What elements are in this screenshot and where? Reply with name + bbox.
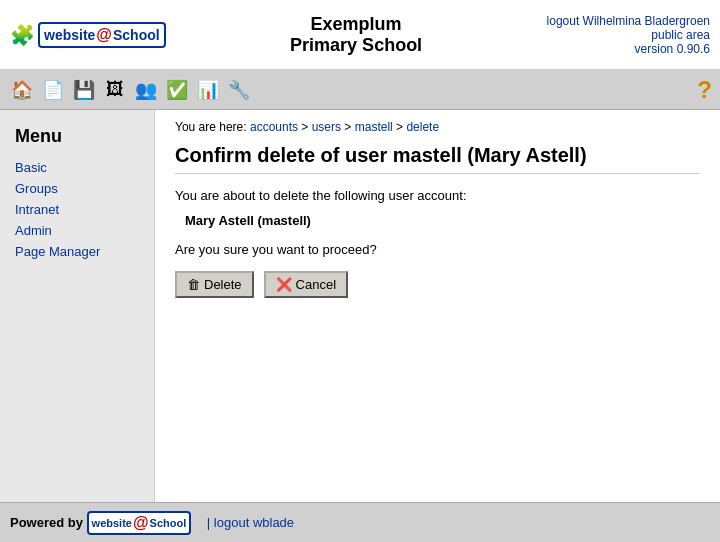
site-name-line2: Primary School	[166, 35, 547, 56]
tools-icon[interactable]: 🔧	[225, 76, 253, 104]
website-at-school-logo: website @ School	[38, 22, 166, 48]
delete-icon: 🗑	[187, 277, 200, 292]
user-highlight: Mary Astell (mastell)	[175, 213, 700, 228]
toolbar-icons: 🏠 📄 💾 🖼 👥 ✅ 📊 🔧	[8, 76, 253, 104]
delete-label: Delete	[204, 277, 242, 292]
logo-area: 🧩 website @ School	[10, 22, 166, 48]
confirm-text: You are about to delete the following us…	[175, 188, 700, 203]
logo-puzzle-icon: 🧩	[10, 23, 35, 47]
breadcrumb-accounts[interactable]: accounts	[250, 120, 298, 134]
cancel-icon: ❌	[276, 277, 292, 292]
breadcrumb: You are here: accounts > users > mastell…	[175, 120, 700, 134]
chart-icon[interactable]: 📊	[194, 76, 222, 104]
sidebar-item-page-manager[interactable]: Page Manager	[0, 241, 154, 262]
footer-logo: website @ School	[87, 511, 192, 535]
page-heading: Confirm delete of user mastell (Mary Ast…	[175, 144, 700, 174]
save-icon[interactable]: 💾	[70, 76, 98, 104]
home-icon[interactable]: 🏠	[8, 76, 36, 104]
help-icon[interactable]: ?	[697, 76, 712, 104]
footer-logout-link[interactable]: | logout wblade	[207, 515, 294, 530]
cancel-button[interactable]: ❌ Cancel	[264, 271, 348, 298]
powered-by-text: Powered by	[10, 515, 83, 530]
users-icon[interactable]: 👥	[132, 76, 160, 104]
check-icon[interactable]: ✅	[163, 76, 191, 104]
proceed-text: Are you sure you want to proceed?	[175, 242, 700, 257]
sidebar-item-groups[interactable]: Groups	[0, 178, 154, 199]
main-layout: Menu Basic Groups Intranet Admin Page Ma…	[0, 110, 720, 502]
page-icon[interactable]: 📄	[39, 76, 67, 104]
cancel-label: Cancel	[296, 277, 336, 292]
content-area: You are here: accounts > users > mastell…	[155, 110, 720, 502]
sidebar-item-admin[interactable]: Admin	[0, 220, 154, 241]
footer-logo-school: School	[150, 517, 187, 529]
breadcrumb-prefix: You are here:	[175, 120, 247, 134]
image-icon[interactable]: 🖼	[101, 76, 129, 104]
footer-logo-website: website	[92, 517, 132, 529]
toolbar: 🏠 📄 💾 🖼 👥 ✅ 📊 🔧 ?	[0, 70, 720, 110]
sidebar-item-intranet[interactable]: Intranet	[0, 199, 154, 220]
footer-logo-at: @	[133, 514, 149, 532]
logout-link-header[interactable]: logout Wilhelmina Bladergroen	[547, 14, 710, 28]
site-title: Exemplum Primary School	[166, 14, 547, 56]
user-info: logout Wilhelmina Bladergroen public are…	[547, 14, 710, 56]
action-buttons: 🗑 Delete ❌ Cancel	[175, 271, 700, 298]
breadcrumb-delete[interactable]: delete	[406, 120, 439, 134]
sidebar-title: Menu	[0, 120, 154, 157]
logo-text-website: website	[44, 27, 95, 43]
logo-text-school: School	[113, 27, 160, 43]
area-info: public area	[651, 28, 710, 42]
delete-button[interactable]: 🗑 Delete	[175, 271, 254, 298]
footer-divider	[197, 515, 201, 530]
footer: Powered by website @ School | logout wbl…	[0, 502, 720, 542]
sidebar: Menu Basic Groups Intranet Admin Page Ma…	[0, 110, 155, 502]
breadcrumb-users[interactable]: users	[312, 120, 341, 134]
breadcrumb-mastell[interactable]: mastell	[355, 120, 393, 134]
sidebar-item-basic[interactable]: Basic	[0, 157, 154, 178]
version-info: version 0.90.6	[635, 42, 710, 56]
header: 🧩 website @ School Exemplum Primary Scho…	[0, 0, 720, 70]
site-name-line1: Exemplum	[166, 14, 547, 35]
logo-at-symbol: @	[96, 26, 112, 44]
